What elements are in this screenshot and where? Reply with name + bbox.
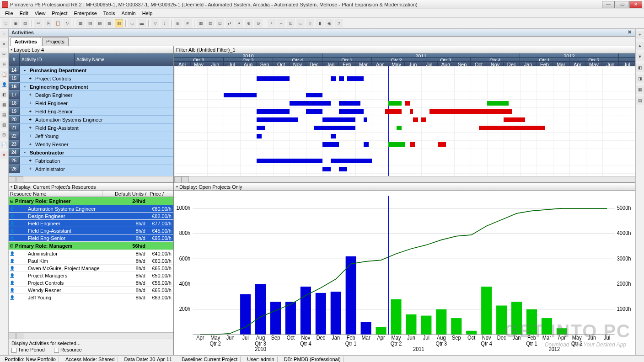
cut-icon[interactable]: ✂ bbox=[34, 19, 43, 27]
new-icon[interactable]: □ bbox=[2, 19, 10, 27]
zoomfit-icon[interactable]: ⊡ bbox=[287, 19, 295, 27]
resource-row[interactable]: 👤Field Eng-Senior8h/d€95.00/h bbox=[9, 234, 173, 242]
paste-icon[interactable]: 📋 bbox=[54, 19, 62, 27]
level-icon[interactable]: ▤ bbox=[206, 19, 215, 27]
gantt-bar[interactable] bbox=[257, 117, 298, 122]
menu-tools[interactable]: Tools bbox=[100, 10, 118, 17]
resources-display-bar[interactable]: ▾ Display: Current Project's Resources bbox=[9, 183, 173, 191]
layout-bar[interactable]: ▾ Layout: Lay 4 bbox=[9, 46, 173, 53]
gantt-bar[interactable] bbox=[479, 126, 545, 130]
gantt-bar[interactable] bbox=[487, 101, 509, 106]
role-row[interactable]: ⊟Primary Role: Engineer24h/d bbox=[9, 197, 173, 205]
table-row[interactable]: 21+Field Eng-Assistant bbox=[9, 124, 173, 132]
gantt-bar[interactable] bbox=[410, 109, 413, 114]
gantt-bar[interactable] bbox=[224, 93, 257, 97]
filter-icon[interactable]: ▽ bbox=[151, 19, 159, 27]
tab-activities[interactable]: Activities bbox=[11, 37, 41, 46]
rside-add-icon[interactable]: + bbox=[636, 31, 644, 39]
gantt-bar[interactable] bbox=[364, 142, 369, 147]
side-paste-icon[interactable]: 📋 bbox=[0, 71, 8, 78]
gantt-bar[interactable] bbox=[429, 109, 512, 114]
tool7-icon[interactable]: ⊕ bbox=[245, 19, 253, 27]
tool1-icon[interactable]: ▭ bbox=[128, 19, 136, 27]
resource-row[interactable]: 👤Project Controls8h/d€55.00/h bbox=[9, 279, 173, 287]
gantt-bar[interactable] bbox=[388, 101, 402, 106]
resource-row[interactable]: 👤Design Engineer€82.00/h bbox=[9, 213, 173, 220]
resource-row[interactable]: 👤Field Engineer8h/d€77.00/h bbox=[9, 220, 173, 227]
rside-t4-icon[interactable]: ▤ bbox=[636, 96, 644, 105]
col-activity-id[interactable]: Activity ID bbox=[20, 53, 75, 66]
gantt-bar[interactable] bbox=[504, 117, 525, 122]
sort-icon[interactable]: ↕ bbox=[161, 19, 169, 27]
gantt-bar[interactable] bbox=[405, 101, 410, 106]
gantt-bar[interactable] bbox=[322, 142, 339, 147]
side-cut-icon[interactable]: ✂ bbox=[0, 51, 8, 58]
gantt-bar[interactable] bbox=[421, 117, 426, 122]
time-period-checkbox[interactable]: Time Period bbox=[11, 347, 45, 353]
open-icon[interactable]: ▣ bbox=[11, 19, 20, 27]
gantt-bar[interactable] bbox=[339, 101, 360, 106]
tool3-icon[interactable]: # bbox=[183, 19, 192, 27]
gantt-bar[interactable] bbox=[257, 134, 262, 138]
table-row[interactable]: 26+Administrator bbox=[9, 165, 173, 173]
resource-row[interactable]: 👤Owen McGuire, Project Manage8h/d€65.00/… bbox=[9, 265, 173, 272]
gantt-bar[interactable] bbox=[385, 109, 402, 114]
resource-checkbox[interactable]: Resource bbox=[54, 347, 82, 353]
side-res-icon[interactable]: 👤 bbox=[0, 81, 8, 88]
resource-row[interactable]: 👤Wendy Resner8h/d€65.00/h bbox=[9, 287, 173, 294]
left-scrollbar[interactable] bbox=[9, 176, 173, 182]
menu-edit[interactable]: Edit bbox=[16, 10, 32, 17]
gantt-bar[interactable] bbox=[397, 126, 402, 130]
menu-project[interactable]: Project bbox=[48, 10, 70, 17]
tool11-icon[interactable]: ▮ bbox=[316, 19, 324, 27]
side-step-icon[interactable]: ⊞ bbox=[0, 131, 8, 138]
side-pred-icon[interactable]: ▤ bbox=[0, 111, 8, 118]
gantt-scrollbar[interactable] bbox=[174, 176, 635, 182]
rside-t2-icon[interactable]: ◨ bbox=[636, 75, 644, 83]
gantt-bar[interactable] bbox=[339, 76, 344, 81]
menu-file[interactable]: File bbox=[2, 10, 16, 17]
side-add-icon[interactable]: + bbox=[0, 31, 8, 38]
projects-display-bar[interactable]: ▾ Display: Open Projects Only bbox=[174, 183, 635, 191]
view1-icon[interactable]: ▦ bbox=[76, 19, 85, 27]
table-row[interactable]: 16-Engineering Department bbox=[9, 83, 173, 91]
zoomin-icon[interactable]: + bbox=[268, 19, 276, 27]
panel-close-icon[interactable]: ✕ bbox=[626, 29, 633, 36]
view3-icon[interactable]: ▨ bbox=[96, 19, 104, 27]
tool12-icon[interactable]: ◉ bbox=[325, 19, 333, 27]
col-resource-name[interactable]: Resource Name bbox=[9, 191, 102, 197]
tab-projects[interactable]: Projects bbox=[42, 37, 69, 46]
resource-row[interactable]: 👤Jeff Young8h/d€63.00/h bbox=[9, 294, 173, 301]
gantt-bar[interactable] bbox=[257, 76, 290, 81]
gantt-bar[interactable] bbox=[306, 109, 322, 114]
view2-icon[interactable]: ▧ bbox=[86, 19, 94, 27]
tool10-icon[interactable]: ▯ bbox=[306, 19, 314, 27]
gantt-bar[interactable] bbox=[322, 167, 331, 171]
resource-row[interactable]: 👤Project Managers8h/d€50.00/h bbox=[9, 272, 173, 279]
res-scrollbar[interactable] bbox=[9, 332, 173, 339]
table-row[interactable]: 17+Design Engineer bbox=[9, 91, 173, 99]
side-act-icon[interactable]: ▦ bbox=[0, 101, 8, 108]
gantt-bar[interactable] bbox=[410, 142, 415, 147]
maximize-button[interactable]: ▭ bbox=[616, 1, 628, 8]
gantt-bar[interactable] bbox=[290, 101, 331, 106]
tool6-icon[interactable]: ✦ bbox=[235, 19, 243, 27]
table-row[interactable]: 14-Purchasing Department bbox=[9, 66, 173, 75]
gantt-bar[interactable] bbox=[314, 126, 355, 130]
table-row[interactable]: 23+Wendy Resner bbox=[9, 140, 173, 149]
gantt-bar[interactable] bbox=[347, 76, 364, 81]
table-row[interactable]: 24-Subcontractor bbox=[9, 149, 173, 157]
menu-view[interactable]: View bbox=[32, 10, 49, 17]
gantt-bar[interactable] bbox=[438, 142, 446, 147]
view4-icon[interactable]: ▩ bbox=[105, 19, 113, 27]
table-row[interactable]: 25+Fabrication bbox=[9, 157, 173, 165]
rside-t3-icon[interactable]: ▦ bbox=[636, 85, 644, 94]
gantt-bar[interactable] bbox=[257, 109, 290, 114]
resource-row[interactable]: 👤Field Eng-Assistant8h/d€45.00/h bbox=[9, 227, 173, 234]
rside-dn-icon[interactable]: ▼ bbox=[636, 53, 644, 61]
gantt-bar[interactable] bbox=[331, 134, 336, 138]
copy-icon[interactable]: ⎘ bbox=[44, 19, 52, 27]
side-del2-icon[interactable]: ✕ bbox=[0, 151, 8, 159]
col-units[interactable]: Default Units / Time bbox=[102, 191, 148, 197]
gantt-bar[interactable] bbox=[322, 117, 355, 122]
